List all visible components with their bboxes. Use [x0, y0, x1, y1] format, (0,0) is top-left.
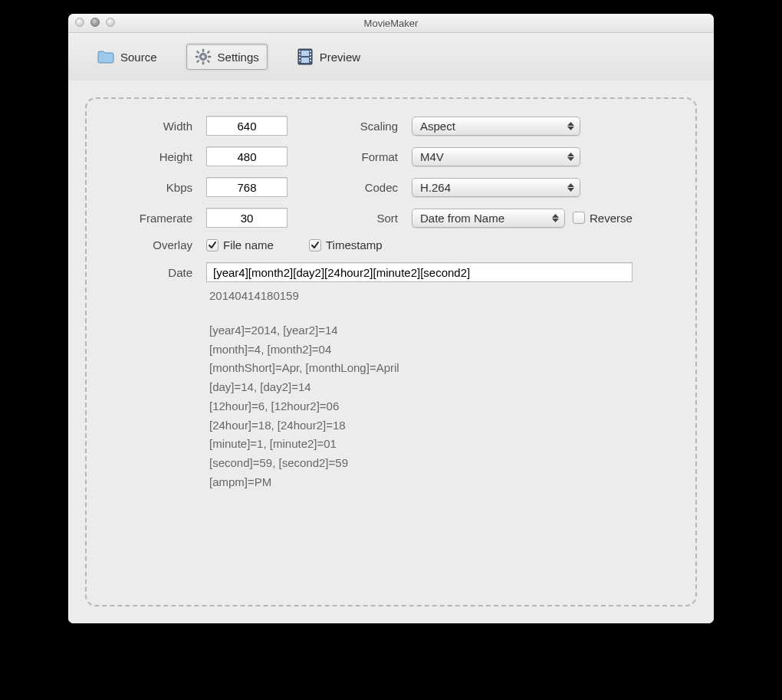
- sort-label: Sort: [309, 212, 401, 225]
- gear-icon: [195, 49, 212, 64]
- timestamp-checkbox[interactable]: [309, 239, 321, 251]
- date-format-info: 20140414180159 [year4]=2014, [year2]=14 …: [96, 287, 674, 492]
- tab-settings-label: Settings: [218, 51, 259, 64]
- app-window: MovieMaker Source: [68, 14, 714, 623]
- tab-preview-label: Preview: [320, 51, 360, 64]
- svg-rect-2: [202, 61, 204, 64]
- svg-marker-27: [552, 214, 559, 218]
- timestamp-label: Timestamp: [326, 238, 383, 251]
- tab-settings[interactable]: Settings: [186, 44, 268, 70]
- svg-rect-7: [206, 51, 209, 54]
- date-hint-line: [second]=59, [second2]=59: [209, 454, 674, 473]
- overlay-label: Overlay: [96, 238, 196, 251]
- date-example: 20140414180159: [209, 287, 674, 306]
- svg-rect-6: [206, 60, 209, 63]
- date-hint-line: [24hour]=18, [24hour2]=18: [209, 416, 674, 435]
- close-icon[interactable]: [75, 18, 84, 27]
- reverse-label: Reverse: [590, 212, 632, 225]
- date-hint-line: [monthShort]=Apr, [monthLong]=April: [209, 359, 674, 378]
- svg-rect-20: [310, 60, 311, 61]
- updown-icon: [566, 153, 575, 161]
- date-hint-line: [ampm]=PM: [209, 473, 674, 492]
- svg-rect-13: [299, 51, 301, 52]
- codec-label: Codec: [309, 181, 401, 194]
- format-select[interactable]: M4V: [412, 147, 580, 166]
- svg-rect-16: [299, 60, 301, 61]
- svg-rect-18: [310, 54, 311, 55]
- svg-marker-21: [567, 122, 574, 126]
- svg-rect-17: [310, 51, 311, 52]
- date-hint-line: [12hour]=6, [12hour2]=06: [209, 397, 674, 416]
- svg-rect-3: [195, 56, 198, 58]
- date-label: Date: [96, 266, 196, 279]
- tab-preview[interactable]: Preview: [289, 44, 368, 69]
- updown-icon: [566, 183, 575, 192]
- height-input[interactable]: [206, 146, 288, 166]
- minimize-icon[interactable]: [90, 18, 100, 27]
- filmstrip-icon: [297, 49, 314, 64]
- svg-marker-26: [567, 188, 574, 192]
- svg-rect-19: [310, 57, 311, 58]
- zoom-icon[interactable]: [106, 18, 115, 27]
- svg-rect-1: [202, 49, 204, 52]
- svg-rect-14: [299, 54, 301, 55]
- svg-rect-12: [301, 58, 309, 63]
- framerate-label: Framerate: [96, 212, 196, 225]
- svg-marker-25: [567, 183, 574, 187]
- svg-marker-28: [552, 219, 559, 222]
- filename-label: File name: [223, 238, 274, 251]
- sort-select[interactable]: Date from Name: [412, 209, 565, 228]
- folder-icon: [97, 49, 114, 64]
- svg-marker-24: [567, 157, 574, 161]
- svg-rect-15: [299, 57, 301, 58]
- svg-marker-22: [567, 127, 574, 130]
- date-hint-line: [day]=14, [day2]=14: [209, 378, 674, 397]
- height-label: Height: [96, 150, 196, 163]
- width-input[interactable]: [206, 116, 288, 136]
- kbps-label: Kbps: [96, 181, 196, 194]
- scaling-label: Scaling: [309, 120, 401, 133]
- window-title: MovieMaker: [364, 18, 419, 29]
- date-pattern-input[interactable]: [206, 262, 632, 282]
- kbps-input[interactable]: [206, 177, 288, 197]
- format-value: M4V: [420, 150, 444, 163]
- width-label: Width: [96, 120, 196, 133]
- svg-rect-4: [208, 56, 211, 58]
- reverse-checkbox[interactable]: [573, 212, 585, 224]
- titlebar: MovieMaker: [68, 14, 714, 33]
- toolbar: Source: [68, 33, 714, 81]
- svg-rect-8: [196, 60, 199, 63]
- codec-select[interactable]: H.264: [412, 178, 580, 197]
- framerate-input[interactable]: [206, 208, 288, 228]
- updown-icon: [566, 122, 575, 130]
- date-hint-line: [month]=4, [month2]=04: [209, 340, 674, 360]
- svg-marker-23: [567, 153, 574, 156]
- date-hint-line: [year4]=2014, [year2]=14: [209, 321, 674, 340]
- content-area: Width Scaling Aspect Height Format: [68, 81, 714, 623]
- traffic-lights: [75, 18, 115, 27]
- format-label: Format: [309, 150, 401, 163]
- codec-value: H.264: [420, 181, 451, 194]
- updown-icon: [550, 214, 560, 222]
- svg-rect-5: [196, 51, 199, 54]
- svg-rect-11: [301, 51, 309, 56]
- settings-panel: Width Scaling Aspect Height Format: [85, 97, 697, 606]
- filename-checkbox[interactable]: [206, 239, 219, 251]
- scaling-value: Aspect: [420, 120, 455, 133]
- date-hint-line: [minute]=1, [minute2]=01: [209, 435, 674, 454]
- tab-source[interactable]: Source: [90, 44, 165, 69]
- tab-source-label: Source: [120, 51, 157, 64]
- scaling-select[interactable]: Aspect: [412, 117, 580, 136]
- sort-value: Date from Name: [420, 212, 504, 225]
- svg-point-9: [202, 55, 205, 58]
